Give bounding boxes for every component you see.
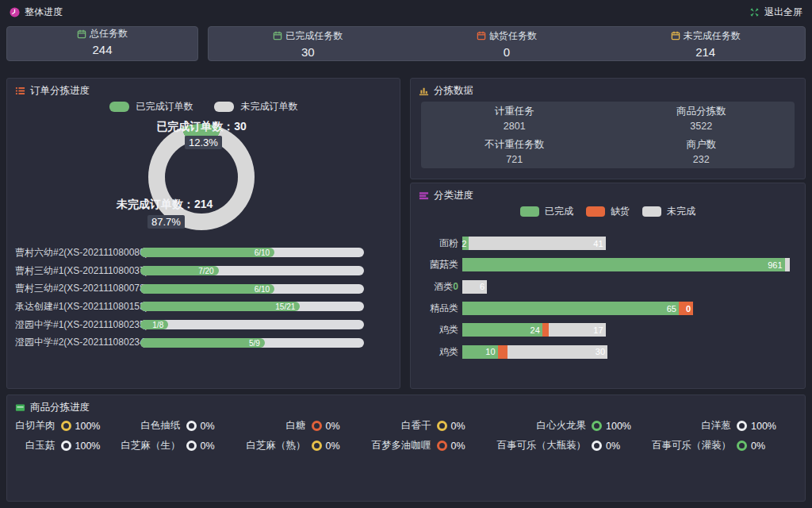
segment-value: 17 <box>593 325 603 335</box>
segment-value: 961 <box>768 260 782 270</box>
stat-value: 214 <box>695 45 715 59</box>
category-segment-done: 65 <box>462 302 679 315</box>
metric-label: 商户数 <box>687 138 717 152</box>
panel-title: 分类进度 <box>434 189 473 202</box>
category-segment-done: 2 <box>462 237 469 250</box>
metric: 商户数232 <box>608 135 795 168</box>
category-label: 鸡类 <box>420 345 458 359</box>
bar-chart-icon <box>419 86 429 96</box>
metric-value: 721 <box>506 154 523 165</box>
order-bars-list: 曹村六幼#2(XS-202111080080)6/10曹村三幼#1(XS-202… <box>15 244 364 352</box>
progress-ring-icon <box>592 441 602 451</box>
calendar-icon <box>477 31 486 40</box>
order-bar-label: 承达创建#1(XS-202111080153) <box>15 300 140 314</box>
exit-fullscreen-icon <box>749 7 760 17</box>
order-bar-label: 曹村三幼#1(XS-202111080037) <box>15 264 140 278</box>
donut-uncompleted-label: 未完成订单数：214 <box>117 198 213 212</box>
category-bar: 2417 <box>462 323 795 337</box>
order-bar-fill: 7/20 <box>140 266 219 275</box>
metric-value: 2801 <box>504 121 526 132</box>
product-label: 白切羊肉 <box>15 419 56 433</box>
legend-item[interactable]: 未完成订单数 <box>214 100 298 114</box>
category-label: 菌菇类 <box>420 258 458 271</box>
legend-item[interactable]: 缺货 <box>586 205 630 218</box>
product-label: 白心火龙果 <box>497 419 587 433</box>
product-progress-panel: 商品分拣进度 白切羊肉100%白色抽纸0%白糖0%白香干0%白心火龙果100%白… <box>6 394 806 502</box>
legend-swatch <box>109 102 129 112</box>
order-bar-label: 澄园中学#1(XS-202111080235) <box>15 318 140 332</box>
category-segment-short <box>498 345 508 359</box>
panel-title: 分拣数据 <box>434 84 473 98</box>
product-item: 白糖0% <box>247 416 372 436</box>
order-progress-panel: 订单分拣进度 已完成订单数未完成订单数 已完成订单数：30 12.3% 未完成订… <box>6 78 400 389</box>
legend-swatch <box>586 206 605 217</box>
segment-value: 41 <box>593 239 603 248</box>
product-item: 百事可乐（大瓶装）0% <box>497 436 653 456</box>
order-bar-value: 5/9 <box>249 338 260 347</box>
stat-value: 0 <box>504 45 510 59</box>
legend-label: 未完成 <box>667 205 695 218</box>
category-bar-row: 菌菇类961 <box>420 254 795 275</box>
order-bar-value: 1/8 <box>152 321 163 329</box>
order-bar-value: 15/21 <box>275 302 295 311</box>
donut-completed-pct-badge: 12.3% <box>185 136 222 149</box>
product-label: 白糖 <box>247 419 306 433</box>
category-label: 精品类 <box>420 302 458 315</box>
category-bar-row: 鸡类2417 <box>420 319 795 341</box>
calendar-icon <box>273 31 282 40</box>
category-bar-row: 酒类06 <box>420 276 795 298</box>
category-bar: 961 <box>462 258 795 271</box>
product-label: 百事可乐（大瓶装） <box>497 439 587 452</box>
calendar-icon <box>77 29 86 39</box>
order-bar-label: 曹村三幼#2(XS-202111080078) <box>15 282 140 295</box>
legend-label: 已完成订单数 <box>136 100 193 114</box>
legend-item[interactable]: 已完成订单数 <box>109 100 193 114</box>
page-title: 整体进度 <box>25 6 63 19</box>
legend-item[interactable]: 未完成 <box>642 205 695 218</box>
product-item: 白切羊肉100% <box>15 416 121 436</box>
product-percent: 100% <box>606 421 639 432</box>
segment-value: 6 <box>480 282 485 291</box>
metrics-card: 计重任务2801商品分拣数3522不计重任务数721商户数232 <box>421 102 795 168</box>
stacked-bars-icon <box>419 190 429 201</box>
category-segment-done: 10 <box>462 345 498 359</box>
sorting-data-panel: 分拣数据 计重任务2801商品分拣数3522不计重任务数721商户数232 <box>410 78 806 179</box>
progress-ring-icon <box>592 421 602 431</box>
exit-fullscreen-button[interactable]: 退出全屏 <box>749 6 802 19</box>
segment-value: 0 <box>686 304 691 314</box>
progress-ring-icon <box>437 441 447 451</box>
category-segment-done: 24 <box>462 323 542 337</box>
category-segment-undone: 41 <box>469 237 605 250</box>
category-bar-row: 鸡类1030 <box>420 341 795 362</box>
legend-swatch <box>214 102 234 112</box>
calendar-icon <box>671 31 680 40</box>
category-segment-short <box>542 323 549 337</box>
order-bar-value: 6/10 <box>255 248 270 257</box>
product-percent: 0% <box>326 441 359 452</box>
segment-value: 65 <box>667 304 676 314</box>
panel-title: 订单分拣进度 <box>30 84 90 98</box>
product-item: 白香干0% <box>372 416 497 436</box>
metric-label: 计重任务 <box>495 105 534 118</box>
stat-label: 未完成任务数 <box>671 29 741 43</box>
category-bar: 6 <box>462 280 795 294</box>
legend-label: 缺货 <box>611 205 630 218</box>
product-item: 百梦多油咖喱0% <box>372 436 497 456</box>
legend-swatch <box>520 206 539 217</box>
legend-item[interactable]: 已完成 <box>520 205 573 218</box>
clock-icon <box>10 7 20 17</box>
product-item: 白芝麻（熟）0% <box>247 436 372 456</box>
progress-ring-icon <box>737 441 747 451</box>
segment-value: 2 <box>462 239 466 248</box>
product-percent: 100% <box>751 421 784 432</box>
order-bar-fill: 15/21 <box>140 302 300 311</box>
stat-label-text: 缺货任务数 <box>489 29 537 43</box>
category-bar: 1030 <box>462 345 795 359</box>
product-percent: 0% <box>201 421 234 432</box>
order-bar-fill: 5/9 <box>140 338 265 348</box>
product-percent: 0% <box>326 421 359 432</box>
stat-value: 30 <box>301 45 315 59</box>
category-legend: 已完成缺货未完成 <box>411 205 805 218</box>
product-label: 白色抽纸 <box>121 419 181 433</box>
product-label: 百事可乐（灌装） <box>652 439 731 452</box>
